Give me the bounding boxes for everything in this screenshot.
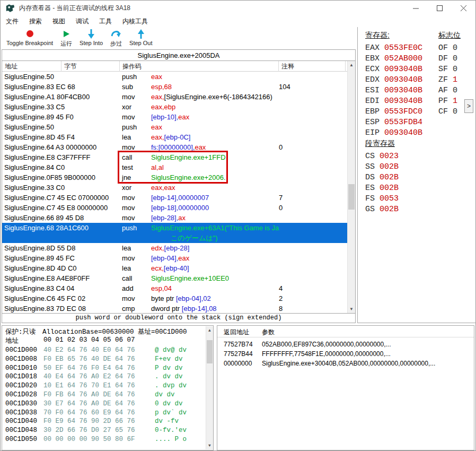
parameters: SiglusEngine.exe+30040B,052AB000,0000000… [262, 359, 435, 368]
disasm-row[interactable]: SiglusEngine.83 C4 04addesp,044 [2, 283, 347, 293]
register-row[interactable]: ECX0093040B [365, 64, 422, 75]
disasm-operands: dword ptr [ebp-14],08 [151, 303, 217, 313]
disasm-row[interactable]: SiglusEngine.C6 45 FC 02movbyte ptr [ebp… [2, 293, 347, 303]
menu-item-file[interactable]: 文件 [1, 15, 24, 28]
scroll-down-icon[interactable]: ▼ [348, 305, 355, 313]
step-into-button[interactable]: Step Into [76, 27, 107, 47]
breakpoint-button[interactable]: Toggle Breakpoint [3, 27, 57, 47]
disasm-row-selected[interactable]: SiglusEngine.68 28A1C600pushSiglusEngine… [2, 223, 347, 243]
disasm-row[interactable]: SiglusEngine.0F85 9B000000jneSiglusEngin… [2, 172, 347, 183]
disasm-row[interactable]: SiglusEngine.E8 A4E8F0FFcallSiglusEngine… [2, 273, 347, 283]
step-out-button[interactable]: Step Out [126, 27, 156, 47]
toolbar-button-label: Step Out [129, 40, 152, 46]
segment-row[interactable]: DS002B [365, 172, 399, 183]
memory-row[interactable]: 00C1D05000 00 00 00 90 50 80 6F.... P o [2, 435, 206, 444]
disasm-row[interactable]: SiglusEngine.8D 4D C0leaecx,[ebp-40] [2, 263, 347, 273]
column-header-bytes[interactable]: 字节 [61, 61, 120, 72]
flag-row[interactable]: PF1 [438, 96, 457, 107]
register-row[interactable]: ESI0093040B [365, 85, 422, 96]
stack-row[interactable]: 77527B74052AB000,EF897C36,00000000,00000… [217, 340, 474, 349]
disasm-row[interactable]: SiglusEngine.66 89 45 D8mov[ebp-28],ax [2, 213, 347, 223]
scroll-thumb[interactable] [207, 340, 213, 363]
step-over-button[interactable]: 步过 [107, 27, 126, 49]
column-header-opcode[interactable]: 操作码 [120, 61, 279, 72]
memory-row[interactable]: 00C1D00040 E2 64 76 40 E0 64 76@ dv@ dv [2, 346, 206, 355]
memory-row[interactable]: 00C1D02010 E1 64 76 70 E1 64 76. dvp dv [2, 381, 206, 391]
flag-row[interactable]: DF0 [438, 54, 457, 64]
disasm-row[interactable]: SiglusEngine.E8 C3F7FFFFcallSiglusEngine… [2, 152, 347, 162]
register-row[interactable]: EAX0553FE0C [365, 43, 422, 54]
disasm-row[interactable]: SiglusEngine.C7 45 E8 00000000mov[ebp-18… [2, 203, 347, 213]
register-value: 0093040B [384, 128, 422, 137]
disasm-row[interactable]: SiglusEngine.50pusheax [2, 72, 347, 82]
flag-row[interactable]: AF0 [438, 85, 457, 96]
scroll-thumb[interactable] [348, 184, 355, 210]
expand-button[interactable]: > [464, 99, 473, 113]
segment-row[interactable]: FS0053 [365, 194, 399, 204]
segment-name: SS [365, 162, 375, 171]
stack-row[interactable]: 77527B44FFFFFFFF,77548F1E,00000000,00000… [217, 349, 474, 359]
menu-item-debug[interactable]: 调试 [70, 15, 94, 28]
minimize-button[interactable] [404, 1, 428, 15]
maximize-button[interactable] [428, 1, 452, 15]
disassembly-address-header[interactable]: SiglusEngine.exe+2005DA [2, 50, 355, 61]
close-button[interactable] [452, 1, 475, 15]
register-name: EBP [365, 107, 380, 116]
flag-row[interactable]: CF0 [438, 107, 457, 117]
disasm-row[interactable]: SiglusEngine.64 A3 00000000movfs:[000000… [2, 142, 347, 152]
scroll-down-icon[interactable]: ▼ [206, 441, 213, 449]
flag-row[interactable]: OF0 [438, 43, 457, 54]
run-button[interactable]: 运行 [57, 27, 76, 49]
scroll-up-icon[interactable]: ▲ [348, 61, 355, 69]
memory-ascii: . dvp dv [155, 381, 187, 391]
toolbar-button-label: 步过 [110, 40, 122, 48]
disasm-row[interactable]: SiglusEngine.8D 55 D8leaedx,[ebp-28] [2, 243, 347, 253]
hex-scrollbar[interactable]: ▲ ▼ [206, 326, 213, 449]
menu-item-tools[interactable]: 工具 [94, 15, 117, 28]
column-header-address[interactable]: 地址 [2, 61, 61, 72]
register-row[interactable]: EBX052AB000 [365, 54, 422, 64]
disasm-row[interactable]: SiglusEngine.C7 45 EC 07000000mov[ebp-14… [2, 193, 347, 203]
flag-row[interactable]: SF0 [438, 64, 457, 75]
register-row[interactable]: EBP0553FDC0 [365, 107, 422, 117]
disasm-mnemonic: call [122, 273, 133, 283]
disasm-row[interactable]: SiglusEngine.83 EC 68subesp,68104 [2, 82, 347, 92]
memory-row[interactable]: 00C1D01840 E4 64 76 A0 E2 64 76. dv dv [2, 372, 206, 381]
disasm-mnemonic: jne [122, 172, 131, 183]
stack-row[interactable]: 00000000SiglusEngine.exe+30040B,052AB000… [217, 359, 474, 368]
disasm-row[interactable]: SiglusEngine.50pusheax [2, 122, 347, 132]
scroll-up-icon[interactable]: ▲ [206, 326, 213, 334]
memory-address: 00C1D038 [5, 409, 37, 418]
menu-item-search[interactable]: 搜索 [24, 15, 47, 28]
disasm-row[interactable]: SiglusEngine.33 C5xoreax,ebp [2, 102, 347, 112]
memory-row[interactable]: 00C1D04830 2D 66 76 D0 27 65 760-fv.'ev [2, 426, 206, 435]
register-row[interactable]: ESP0553FDB4 [365, 117, 422, 128]
disasm-operands: [ebp-28],ax [151, 213, 186, 223]
register-row[interactable]: EDX0093040B [365, 75, 422, 85]
disasm-row[interactable]: SiglusEngine.89 45 FCmov[ebp-04],eax [2, 253, 347, 263]
segment-row[interactable]: GS002B [365, 204, 399, 215]
menu-item-kernel-tools[interactable]: 内核工具 [117, 15, 153, 28]
disasm-row[interactable]: SiglusEngine.A1 80F4CB00moveax,[SiglusEn… [2, 92, 347, 102]
memory-row[interactable]: 00C1D01050 EF 64 76 F0 E4 64 76P dv dv [2, 364, 206, 373]
memory-row[interactable]: 00C1D03870 F0 64 76 60 E9 64 76p dv` dv [2, 409, 206, 418]
memory-row[interactable]: 00C1D008F0 EB 65 76 40 DE 64 76F+ev dv [2, 355, 206, 364]
disasm-row[interactable]: SiglusEngine.89 45 F0mov[ebp-10],eax [2, 112, 347, 122]
column-header-comment[interactable]: 注释 [279, 61, 346, 72]
register-row[interactable]: EDI0093040B [365, 96, 422, 107]
disasm-comment: 2 [279, 293, 283, 303]
segment-row[interactable]: CS0023 [365, 151, 399, 162]
memory-row[interactable]: 00C1D03030 E7 64 76 A0 DE 64 760 dv dv [2, 400, 206, 409]
segment-row[interactable]: SS002B [365, 162, 399, 172]
segment-row[interactable]: ES002B [365, 183, 399, 194]
disasm-scrollbar[interactable]: ▲ ▼ [347, 61, 355, 313]
disasm-row[interactable]: SiglusEngine.83 7D EC 08cmpdword ptr [eb… [2, 303, 347, 313]
register-row[interactable]: EIP0093040B [365, 128, 422, 138]
disasm-row[interactable]: SiglusEngine.8D 45 F4leaeax,[ebp-0C] [2, 132, 347, 142]
memory-row[interactable]: 00C1D028F0 FB 64 76 A0 DE 64 76dv dv [2, 391, 206, 400]
flag-row[interactable]: ZF1 [438, 75, 457, 85]
disasm-row[interactable]: SiglusEngine.84 C0testal,al [2, 162, 347, 172]
menu-item-view[interactable]: 视图 [47, 15, 70, 28]
disasm-row[interactable]: SiglusEngine.33 C0xoreax,eax [2, 183, 347, 193]
memory-row[interactable]: 00C1D040F0 E9 64 76 90 2D 66 76dv -fv [2, 417, 206, 426]
